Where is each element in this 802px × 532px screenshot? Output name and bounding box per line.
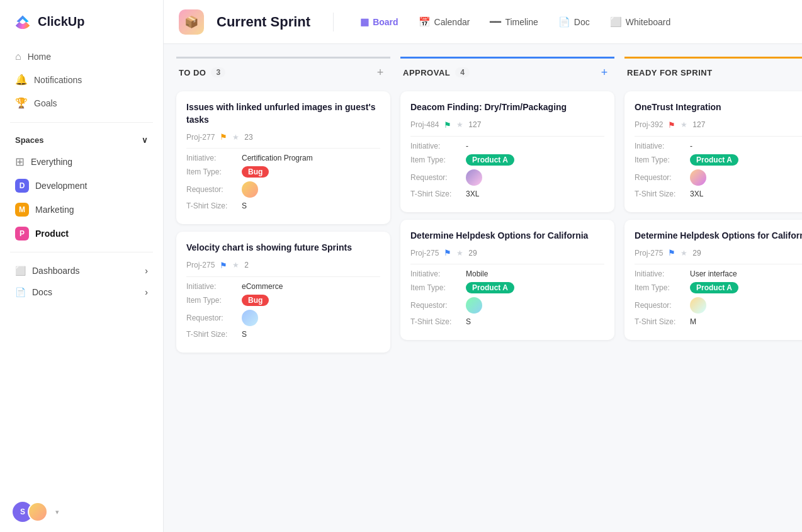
docs-icon: 📄: [15, 287, 26, 297]
card-id: Proj-275: [186, 261, 215, 269]
initiative-value: Mobile: [466, 269, 488, 278]
sidebar: ClickUp ⌂ Home 🔔 Notifications 🏆 Goals S…: [0, 0, 164, 532]
tab-whiteboard[interactable]: ⬜ Whiteboard: [601, 11, 680, 33]
avatar-user: [28, 502, 48, 522]
requestor-label: Requestor:: [410, 301, 461, 310]
item-type-badge: Product A: [690, 282, 738, 293]
card-field-tshirt: T-Shirt Size: S: [186, 201, 380, 210]
card-score: 23: [244, 133, 252, 142]
chevron-down-icon: ∨: [142, 135, 148, 145]
card-approval-1[interactable]: Deacom Finding: Dry/Trim/Packaging Proj-…: [400, 91, 614, 212]
card-todo-1[interactable]: Issues with linked unfurled images in gu…: [176, 91, 390, 224]
tshirt-value: S: [466, 317, 471, 326]
requestor-avatar: [242, 181, 258, 198]
column-todo: TO DO 3 + Issues with linked unfurled im…: [176, 57, 390, 519]
card-field-initiative: Initiative: -: [635, 142, 802, 150]
sidebar-item-home[interactable]: ⌂ Home: [8, 45, 155, 68]
card-title: Deacom Finding: Dry/Trim/Packaging: [410, 101, 604, 114]
initiative-value: -: [466, 142, 468, 150]
sidebar-item-docs[interactable]: 📄 Docs ›: [8, 281, 155, 303]
card-field-tshirt: T-Shirt Size: 3XL: [410, 190, 604, 198]
flag-icon: ⚑: [668, 120, 675, 130]
card-ready-2[interactable]: Determine Helpdesk Options for Californi…: [624, 220, 802, 341]
spaces-section[interactable]: Spaces ∨: [0, 128, 163, 149]
tab-label: Timeline: [505, 17, 538, 27]
star-icon: ★: [681, 120, 687, 129]
tshirt-label: T-Shirt Size:: [635, 317, 685, 326]
card-title: Issues with linked unfurled images in gu…: [186, 101, 380, 126]
tshirt-label: T-Shirt Size:: [410, 317, 461, 326]
initiative-label: Initiative:: [635, 142, 685, 150]
sidebar-item-label: Notifications: [34, 75, 82, 85]
card-id: Proj-392: [635, 120, 663, 129]
sidebar-item-notifications[interactable]: 🔔 Notifications: [8, 68, 155, 91]
header-tabs: ▦ Board 📅 Calendar ━━ Timeline 📄 Doc ⬜ W…: [351, 11, 679, 33]
sidebar-nav: ⌂ Home 🔔 Notifications 🏆 Goals: [0, 43, 163, 117]
card-field-initiative: Initiative: User interface: [635, 269, 802, 278]
add-card-approval-button[interactable]: +: [597, 65, 612, 80]
space-item-everything[interactable]: ⊞ Everything: [8, 150, 155, 174]
user-chevron-icon[interactable]: ▾: [55, 508, 59, 516]
space-label: Marketing: [35, 205, 74, 215]
sidebar-item-goals[interactable]: 🏆 Goals: [8, 91, 155, 115]
card-divider: [186, 276, 380, 277]
column-title-approval: APPROVAL: [403, 68, 450, 77]
card-field-item-type: Item Type: Product A: [410, 154, 604, 166]
dashboards-left: ⬜ Dashboards: [15, 266, 80, 276]
card-meta: Proj-275 ⚑ ★ 29: [635, 248, 802, 258]
tab-label: Doc: [574, 17, 590, 27]
sidebar-bottom: ⬜ Dashboards › 📄 Docs ›: [0, 258, 163, 305]
logo: ClickUp: [0, 0, 163, 43]
tab-board[interactable]: ▦ Board: [351, 11, 407, 33]
space-label: Development: [35, 181, 88, 191]
requestor-avatar: [466, 169, 482, 186]
docs-left: 📄 Docs: [15, 287, 52, 297]
tab-calendar[interactable]: 📅 Calendar: [410, 11, 479, 33]
space-label: Everything: [31, 157, 72, 167]
sidebar-footer: S ▾: [0, 492, 163, 532]
star-icon: ★: [456, 249, 463, 258]
requestor-avatar: [690, 297, 706, 314]
card-divider: [410, 136, 604, 137]
tshirt-label: T-Shirt Size:: [186, 330, 237, 339]
header-divider: [333, 13, 334, 31]
user-avatar-stack[interactable]: S: [13, 502, 48, 522]
product-badge: P: [15, 227, 29, 241]
space-item-development[interactable]: D Development: [8, 174, 155, 198]
tshirt-value: M: [690, 317, 696, 326]
column-title-todo: TO DO: [179, 68, 206, 77]
item-type-label: Item Type:: [410, 283, 461, 292]
space-item-product[interactable]: P Product: [8, 222, 155, 246]
card-todo-2[interactable]: Velocity chart is showing future Sprints…: [176, 232, 390, 353]
sidebar-item-label: Dashboards: [32, 266, 80, 276]
trophy-icon: 🏆: [15, 97, 28, 109]
board-tab-icon: ▦: [360, 16, 369, 28]
card-approval-2[interactable]: Determine Helpdesk Options for Californi…: [400, 220, 614, 341]
sprint-icon: 📦: [179, 9, 204, 35]
whiteboard-tab-icon: ⬜: [610, 16, 622, 28]
card-ready-1[interactable]: OneTrust Integration Proj-392 ⚑ ★ 127 In…: [624, 91, 802, 212]
sidebar-divider: [10, 122, 153, 123]
card-meta: Proj-275 ⚑ ★ 29: [410, 248, 604, 258]
card-score: 29: [468, 249, 477, 258]
column-header-todo: TO DO 3 +: [176, 57, 390, 84]
sidebar-item-label: Goals: [34, 98, 57, 108]
card-score: 29: [692, 249, 701, 258]
card-field-requestor: Requestor:: [635, 297, 802, 314]
tab-timeline[interactable]: ━━ Timeline: [481, 11, 546, 33]
spaces-list: ⊞ Everything D Development M Marketing P…: [0, 149, 163, 247]
doc-tab-icon: 📄: [558, 16, 570, 28]
space-label: Product: [35, 229, 69, 239]
main-header: 📦 Current Sprint ▦ Board 📅 Calendar ━━ T…: [164, 0, 802, 44]
space-item-marketing[interactable]: M Marketing: [8, 198, 155, 222]
initiative-label: Initiative:: [186, 282, 237, 291]
page-title: Current Sprint: [217, 14, 310, 30]
requestor-label: Requestor:: [635, 301, 685, 310]
card-field-tshirt: T-Shirt Size: S: [410, 317, 604, 326]
sidebar-item-dashboards[interactable]: ⬜ Dashboards ›: [8, 260, 155, 281]
calendar-tab-icon: 📅: [419, 16, 431, 28]
add-card-todo-button[interactable]: +: [373, 65, 388, 80]
card-field-item-type: Item Type: Product A: [635, 154, 802, 166]
tab-doc[interactable]: 📄 Doc: [550, 11, 599, 33]
logo-text: ClickUp: [38, 14, 84, 29]
